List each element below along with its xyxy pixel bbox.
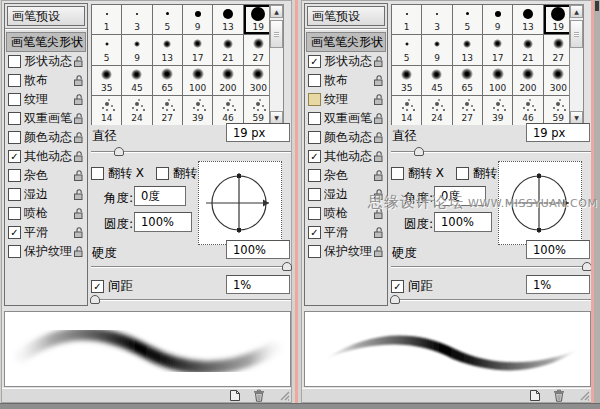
- lock-icon[interactable]: [373, 74, 384, 87]
- option-checkbox[interactable]: [8, 226, 21, 239]
- option-checkbox[interactable]: [308, 150, 321, 163]
- lock-icon[interactable]: [73, 169, 84, 182]
- option-checkbox[interactable]: [8, 74, 21, 87]
- sidebar-option-row[interactable]: 颜色动态: [5, 128, 87, 147]
- lock-icon[interactable]: [373, 245, 384, 258]
- lock-icon[interactable]: [373, 131, 384, 144]
- option-checkbox[interactable]: [8, 55, 21, 68]
- brush-preset-cell[interactable]: 5: [153, 5, 182, 34]
- option-checkbox[interactable]: [8, 207, 21, 220]
- sidebar-option-row[interactable]: 湿边: [5, 185, 87, 204]
- option-checkbox[interactable]: [8, 131, 21, 144]
- option-checkbox[interactable]: [8, 245, 21, 258]
- sidebar-item-brush-presets[interactable]: 画笔预设: [7, 6, 85, 26]
- flip-x-checkbox[interactable]: [91, 167, 104, 180]
- sidebar-option-row[interactable]: 其他动态: [5, 147, 87, 166]
- sidebar-item-brush-tip-shape[interactable]: 画笔笔尖形状: [6, 32, 86, 52]
- option-checkbox[interactable]: [308, 245, 321, 258]
- spacing-checkbox[interactable]: [391, 280, 404, 293]
- diameter-slider[interactable]: [391, 147, 591, 157]
- brush-preset-cell[interactable]: 46: [513, 96, 542, 125]
- lock-icon[interactable]: [73, 93, 84, 106]
- slider-thumb[interactable]: [390, 295, 400, 304]
- brush-preset-cell[interactable]: 200: [513, 66, 542, 95]
- scrollbar-thumb[interactable]: [270, 20, 283, 48]
- brush-preset-cell[interactable]: 39: [183, 96, 212, 125]
- brush-preset-cell[interactable]: 45: [422, 66, 451, 95]
- brush-preset-cell[interactable]: 39: [483, 96, 512, 125]
- lock-icon[interactable]: [73, 188, 84, 201]
- scrollbar-thumb[interactable]: [570, 20, 583, 48]
- sidebar-option-row[interactable]: 杂色: [305, 166, 387, 185]
- brush-preset-cell[interactable]: 9: [483, 5, 512, 34]
- lock-icon[interactable]: [373, 226, 384, 239]
- brush-preset-cell[interactable]: 13: [213, 5, 242, 34]
- brush-preset-cell[interactable]: 46: [213, 96, 242, 125]
- diameter-slider[interactable]: [91, 147, 291, 157]
- brush-preset-cell[interactable]: 14: [92, 96, 121, 125]
- new-brush-icon[interactable]: [228, 389, 241, 402]
- sidebar-item-brush-tip-shape[interactable]: 画笔笔尖形状: [306, 32, 386, 52]
- brush-preset-cell[interactable]: 13: [153, 35, 182, 64]
- sidebar-option-row[interactable]: 纹理: [305, 90, 387, 109]
- resize-grip-icon[interactable]: [578, 389, 590, 401]
- spacing-input[interactable]: 1%: [526, 275, 590, 294]
- option-checkbox[interactable]: [8, 93, 21, 106]
- resize-grip-icon[interactable]: [278, 389, 290, 401]
- sidebar-option-row[interactable]: 形状动态: [5, 52, 87, 71]
- lock-icon[interactable]: [373, 55, 384, 68]
- sidebar-option-row[interactable]: 形状动态: [305, 52, 387, 71]
- option-checkbox[interactable]: [308, 74, 321, 87]
- slider-thumb[interactable]: [282, 262, 292, 271]
- sidebar-option-row[interactable]: 散布: [305, 71, 387, 90]
- option-checkbox[interactable]: [308, 131, 321, 144]
- option-checkbox[interactable]: [308, 112, 321, 125]
- sidebar-option-row[interactable]: 保护纹理: [5, 242, 87, 261]
- grid-scrollbar[interactable]: ▲ ▼: [569, 4, 584, 125]
- option-checkbox[interactable]: [8, 169, 21, 182]
- brush-preset-cell[interactable]: 13: [513, 5, 542, 34]
- lock-icon[interactable]: [73, 150, 84, 163]
- sidebar-option-row[interactable]: 双重画笔: [305, 109, 387, 128]
- flip-x-checkbox[interactable]: [391, 167, 404, 180]
- brush-preset-cell[interactable]: 100: [483, 66, 512, 95]
- lock-icon[interactable]: [373, 169, 384, 182]
- sidebar-option-row[interactable]: 双重画笔: [5, 109, 87, 128]
- option-checkbox[interactable]: [308, 207, 321, 220]
- slider-thumb[interactable]: [114, 147, 124, 156]
- brush-preset-cell[interactable]: 35: [92, 66, 121, 95]
- lock-icon[interactable]: [73, 226, 84, 239]
- brush-preset-cell[interactable]: 17: [483, 35, 512, 64]
- brush-preset-cell[interactable]: 200: [213, 66, 242, 95]
- option-checkbox[interactable]: [308, 226, 321, 239]
- new-brush-icon[interactable]: [528, 389, 541, 402]
- scroll-up-icon[interactable]: ▲: [270, 5, 283, 18]
- sidebar-option-row[interactable]: 喷枪: [5, 204, 87, 223]
- option-checkbox[interactable]: [8, 112, 21, 125]
- brush-preset-cell[interactable]: 13: [453, 35, 482, 64]
- option-checkbox[interactable]: [308, 93, 321, 106]
- brush-preset-cell[interactable]: 5: [92, 35, 121, 64]
- diameter-input[interactable]: 19 px: [526, 123, 590, 142]
- sidebar-option-row[interactable]: 其他动态: [305, 147, 387, 166]
- roundness-input[interactable]: 100%: [434, 212, 492, 232]
- brush-preset-cell[interactable]: 45: [122, 66, 151, 95]
- brush-preset-cell[interactable]: 21: [513, 35, 542, 64]
- brush-preset-cell[interactable]: 27: [153, 96, 182, 125]
- roundness-input[interactable]: 100%: [134, 212, 192, 232]
- sidebar-option-row[interactable]: 杂色: [5, 166, 87, 185]
- sidebar-option-row[interactable]: 保护纹理: [305, 242, 387, 261]
- sidebar-option-row[interactable]: 散布: [5, 71, 87, 90]
- brush-preset-cell[interactable]: 3: [422, 5, 451, 34]
- brush-preset-cell[interactable]: 100: [183, 66, 212, 95]
- option-checkbox[interactable]: [308, 188, 321, 201]
- sidebar-option-row[interactable]: 纹理: [5, 90, 87, 109]
- diameter-input[interactable]: 19 px: [226, 123, 290, 142]
- grid-scrollbar[interactable]: ▲ ▼: [269, 4, 284, 125]
- option-checkbox[interactable]: [8, 150, 21, 163]
- flip-y-checkbox[interactable]: [456, 167, 469, 180]
- lock-icon[interactable]: [373, 112, 384, 125]
- lock-icon[interactable]: [73, 55, 84, 68]
- sidebar-item-brush-presets[interactable]: 画笔预设: [307, 6, 385, 26]
- brush-preset-cell[interactable]: 9: [183, 5, 212, 34]
